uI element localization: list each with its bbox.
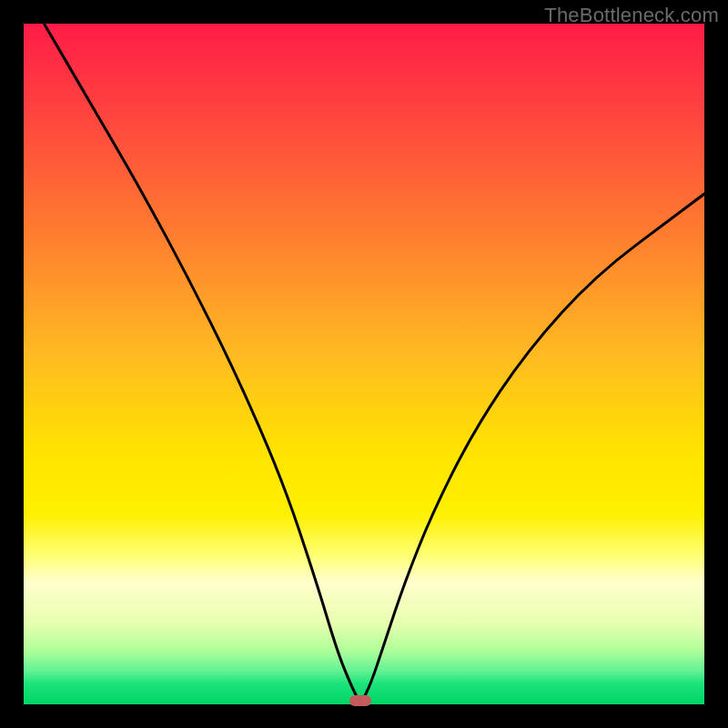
bottleneck-curve [24, 24, 704, 704]
chart-plot-area [24, 24, 704, 704]
optimal-point-marker [349, 695, 371, 706]
watermark-label: TheBottleneck.com [544, 4, 719, 27]
